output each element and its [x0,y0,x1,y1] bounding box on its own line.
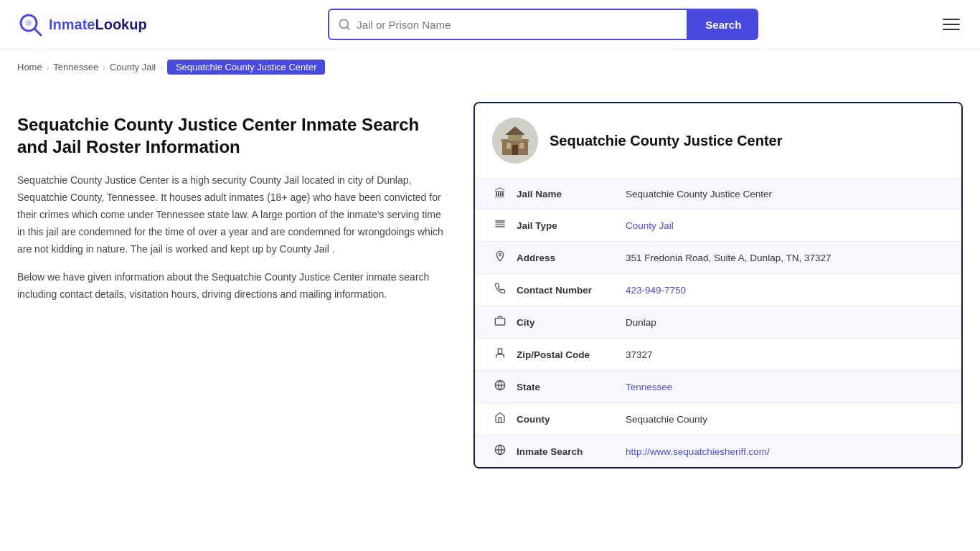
svg-rect-10 [519,143,524,149]
inmate-search-value: http://www.sequatchiesheriff.com/ [626,446,944,457]
table-row: Contact Number 423-949-7750 [475,273,961,306]
jail-type-value: County Jail [626,220,944,231]
chevron-icon: › [160,63,163,72]
description-para2: Below we have given information about th… [17,269,445,303]
table-row: Address 351 Fredonia Road, Suite A, Dunl… [475,241,961,273]
main-content: Sequatchie County Justice Center Inmate … [0,85,980,550]
svg-rect-12 [501,139,504,142]
table-row: City Dunlap [475,306,961,338]
jail-type-label: Jail Type [517,220,617,231]
svg-rect-9 [507,143,511,149]
county-icon [492,412,508,426]
search-button[interactable]: Search [688,9,758,40]
info-card-title: Sequatchie County Justice Center [550,133,783,149]
svg-point-18 [499,253,501,255]
city-value: Dunlap [626,317,944,328]
contact-label: Contact Number [517,285,617,296]
info-table: 🏛 Jail Name Sequatchie County Justice Ce… [475,178,961,467]
logo-text: InmateLookup [49,17,147,33]
inmate-search-label: Inmate Search [517,446,617,457]
page-title: Sequatchie County Justice Center Inmate … [17,113,445,158]
zip-icon [492,347,508,362]
phone-icon [492,283,508,297]
county-value: Sequatchie County [626,414,944,425]
table-row: Inmate Search http://www.sequatchiesheri… [475,435,961,467]
chevron-icon: › [47,63,50,72]
search-icon [338,18,351,31]
svg-rect-20 [498,349,501,354]
left-column: Sequatchie County Justice Center Inmate … [0,85,473,550]
description-para1: Sequatchie County Justice Center is a hi… [17,172,445,258]
svg-line-4 [347,27,349,29]
contact-value: 423-949-7750 [626,285,944,296]
jail-type-icon [492,218,508,232]
state-icon [492,380,508,394]
search-input[interactable] [357,19,678,31]
breadcrumb-home[interactable]: Home [17,62,42,72]
table-row: State Tennessee [475,370,961,402]
phone-link[interactable]: 423-949-7750 [626,285,686,296]
jail-name-value: Sequatchie County Justice Center [626,189,944,199]
logo-link[interactable]: InmateLookup [17,11,147,37]
hamburger-menu[interactable] [940,16,963,33]
logo-icon [17,11,43,37]
breadcrumb-active: Sequatchie County Justice Center [167,60,326,75]
city-icon [492,315,508,329]
building-icon [492,118,538,164]
info-card: Sequatchie County Justice Center 🏛 Jail … [473,102,963,468]
search-area: Search [328,9,758,40]
breadcrumb-tennessee[interactable]: Tennessee [53,62,98,72]
city-label: City [517,317,617,328]
table-row: Zip/Postal Code 37327 [475,338,961,370]
jail-name-label: Jail Name [517,189,617,199]
county-label: County [517,414,617,425]
address-label: Address [517,253,617,263]
svg-rect-19 [495,319,504,325]
table-row: Jail Type County Jail [475,209,961,241]
zip-value: 37327 [626,349,944,360]
svg-rect-11 [512,145,518,155]
jail-name-icon: 🏛 [492,187,508,200]
address-icon [492,250,508,265]
chevron-icon: › [103,63,105,72]
site-header: InmateLookup Search [0,0,980,50]
right-column: Sequatchie County Justice Center 🏛 Jail … [473,85,980,550]
table-row: County Sequatchie County [475,402,961,435]
table-row: 🏛 Jail Name Sequatchie County Justice Ce… [475,178,961,209]
inmate-search-icon [492,444,508,458]
search-wrapper [328,9,688,40]
state-link[interactable]: Tennessee [626,382,672,392]
svg-rect-13 [527,139,529,142]
breadcrumb-county-jail[interactable]: County Jail [110,62,156,72]
state-label: State [517,382,617,392]
info-card-header: Sequatchie County Justice Center [475,103,961,178]
state-value: Tennessee [626,382,944,392]
address-value: 351 Fredonia Road, Suite A, Dunlap, TN, … [626,253,944,263]
facility-avatar [492,118,538,164]
svg-line-1 [34,29,41,35]
svg-point-2 [26,20,32,26]
jail-type-link[interactable]: County Jail [626,220,674,231]
inmate-search-link[interactable]: http://www.sequatchiesheriff.com/ [626,446,770,457]
breadcrumb: Home › Tennessee › County Jail › Sequatc… [0,50,980,85]
zip-label: Zip/Postal Code [517,349,617,360]
